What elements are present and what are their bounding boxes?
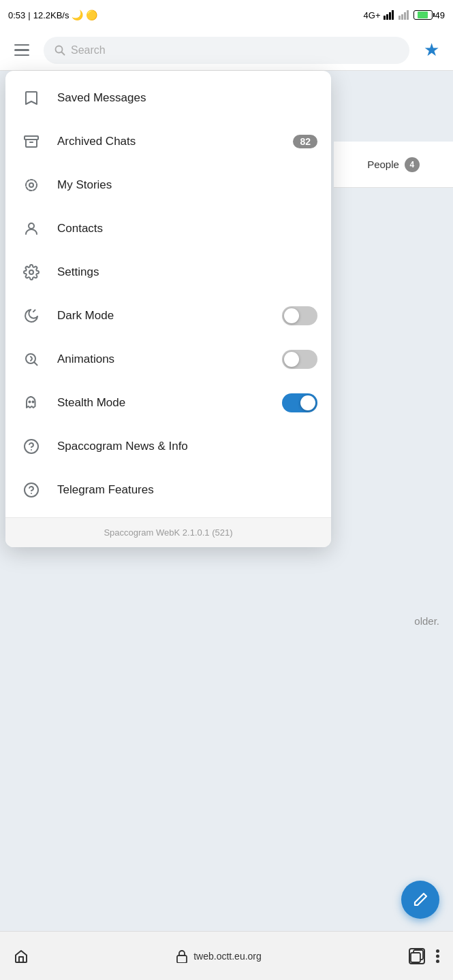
gear-icon (19, 260, 44, 284)
network-speed: 12.2KB/s (33, 10, 69, 20)
people-tab[interactable]: People 4 (334, 142, 453, 188)
separator: | (28, 10, 30, 20)
svg-rect-10 (25, 136, 38, 140)
svg-rect-5 (401, 14, 403, 20)
status-left: 0:53 | 12.2KB/s 🌙 🟡 (8, 10, 97, 20)
pencil-icon (413, 892, 428, 907)
animations-label: Animations (57, 353, 268, 366)
compose-fab-button[interactable] (401, 881, 439, 919)
menu-item-settings[interactable]: Settings (5, 250, 331, 294)
svg-rect-3 (392, 10, 394, 20)
svg-rect-4 (399, 16, 401, 20)
svg-point-12 (29, 183, 33, 187)
menu-item-my-stories[interactable]: My Stories (5, 163, 331, 207)
battery-icon (413, 10, 433, 20)
star-icon: ★ (424, 39, 439, 61)
stories-icon (19, 173, 44, 197)
svg-point-25 (436, 954, 439, 958)
svg-rect-1 (386, 14, 388, 20)
question-circle-icon (19, 478, 44, 502)
browser-url-label[interactable]: tweb.octt.eu.org (193, 951, 262, 962)
signal-icon (384, 10, 396, 20)
archive-icon (19, 129, 44, 154)
telegram-features-label: Telegram Features (57, 483, 317, 497)
archived-chats-badge: 82 (293, 135, 317, 148)
star-button[interactable]: ★ (416, 35, 446, 65)
dark-mode-label: Dark Mode (57, 309, 268, 323)
svg-point-16 (29, 402, 31, 403)
emoji-icon: 🟡 (86, 10, 97, 20)
hamburger-icon (14, 44, 29, 56)
hamburger-button[interactable] (7, 35, 37, 65)
search-placeholder: Search (71, 44, 106, 56)
menu-item-dark-mode[interactable]: Dark Mode (5, 294, 331, 338)
moon-icon (19, 304, 44, 328)
svg-rect-2 (389, 12, 391, 20)
menu-items-list: Saved Messages Archived Chats 82 (5, 71, 331, 517)
more-options-icon[interactable] (436, 949, 439, 963)
stealth-mode-label: Stealth Mode (57, 396, 268, 410)
svg-rect-22 (177, 956, 187, 963)
menu-item-stealth-mode[interactable]: Stealth Mode (5, 381, 331, 425)
browser-bar: tweb.octt.eu.org (0, 931, 453, 980)
browser-tab-icon[interactable] (409, 948, 425, 964)
app-header: Search ★ (0, 30, 453, 71)
svg-point-26 (436, 960, 439, 963)
svg-point-24 (436, 949, 439, 953)
help-circle-icon (19, 434, 44, 459)
svg-rect-6 (404, 12, 406, 20)
people-tab-label: People (367, 159, 399, 170)
person-icon (19, 216, 44, 241)
svg-point-13 (29, 223, 34, 229)
animations-icon (19, 347, 44, 372)
browser-url-area: tweb.octt.eu.org (176, 949, 262, 963)
saved-messages-label: Saved Messages (57, 91, 317, 105)
bookmark-icon (19, 86, 44, 110)
browser-actions (409, 948, 439, 964)
search-bar[interactable]: Search (44, 37, 409, 64)
menu-item-contacts[interactable]: Contacts (5, 207, 331, 250)
version-label: Spaccogram WebK 2.1.0.1 (521) (104, 527, 232, 538)
time-label: 0:53 (8, 10, 25, 20)
dark-mode-toggle[interactable] (282, 306, 317, 325)
svg-point-14 (29, 270, 33, 274)
carrier-label: 4G+ (364, 10, 381, 20)
status-bar: 0:53 | 12.2KB/s 🌙 🟡 4G+ 49 (0, 0, 453, 30)
ghost-icon (19, 391, 44, 415)
search-icon (54, 45, 65, 56)
svg-point-17 (33, 402, 34, 403)
contacts-label: Contacts (57, 222, 317, 235)
animations-toggle[interactable] (282, 350, 317, 369)
signal-icon-2 (399, 10, 411, 20)
menu-item-saved-messages[interactable]: Saved Messages (5, 76, 331, 120)
menu-item-archived-chats[interactable]: Archived Chats 82 (5, 120, 331, 163)
svg-point-11 (26, 180, 37, 191)
status-right: 4G+ 49 (364, 10, 445, 20)
settings-label: Settings (57, 265, 317, 279)
svg-rect-23 (411, 953, 420, 962)
people-badge: 4 (405, 157, 420, 172)
background-text: older. (414, 615, 439, 627)
svg-line-9 (62, 52, 65, 54)
menu-item-spaccogram-news[interactable]: Spaccogram News & Info (5, 425, 331, 468)
archived-chats-label: Archived Chats (57, 135, 279, 148)
lock-icon (176, 949, 188, 963)
home-icon[interactable] (14, 949, 29, 964)
dropdown-menu: Saved Messages Archived Chats 82 (5, 71, 331, 547)
menu-item-telegram-features[interactable]: Telegram Features (5, 468, 331, 512)
my-stories-label: My Stories (57, 178, 317, 192)
menu-footer: Spaccogram WebK 2.1.0.1 (521) (5, 517, 331, 547)
svg-rect-7 (407, 10, 409, 20)
spaccogram-news-label: Spaccogram News & Info (57, 440, 317, 453)
menu-item-animations[interactable]: Animations (5, 338, 331, 381)
battery-label: 49 (435, 10, 445, 20)
stealth-mode-toggle[interactable] (282, 393, 317, 412)
svg-rect-0 (384, 16, 386, 20)
moon-icon: 🌙 (72, 10, 83, 20)
